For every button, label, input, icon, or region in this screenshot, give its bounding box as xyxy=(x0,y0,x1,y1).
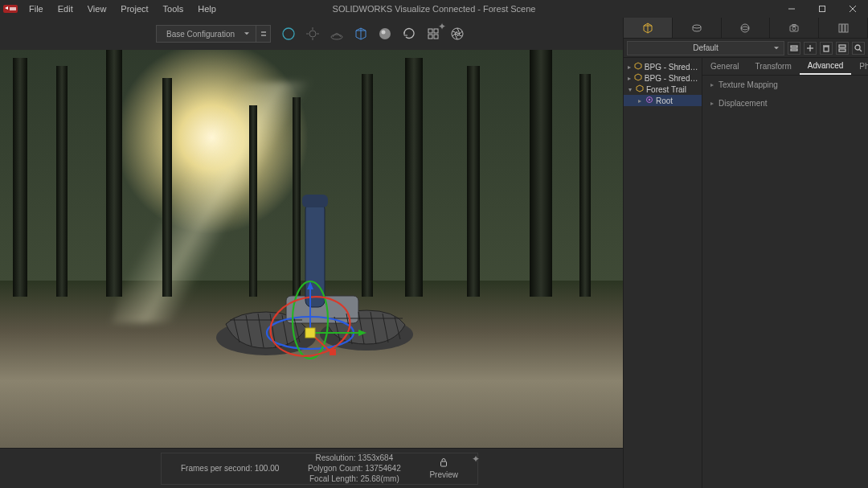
menu-tools[interactable]: Tools xyxy=(157,2,190,15)
configuration-selector[interactable]: Base Configuration xyxy=(156,25,271,43)
panel-toolbar: Default xyxy=(624,39,868,58)
svg-rect-7 xyxy=(261,35,266,36)
svg-rect-64 xyxy=(839,45,845,47)
svg-rect-59 xyxy=(791,49,797,51)
prop-tab-advanced[interactable]: Advanced xyxy=(800,58,851,75)
menu-view[interactable]: View xyxy=(81,2,113,15)
viewport[interactable] xyxy=(0,50,623,448)
title-bar: File Edit View Project Tools Help SOLIDW… xyxy=(0,0,868,18)
tree-item[interactable]: ▸BPG - Shredder (D... xyxy=(624,61,702,72)
maximize-button[interactable] xyxy=(807,0,837,18)
expand-arrow-icon[interactable]: ▸ xyxy=(627,75,632,82)
right-panel: Default ▸BPG - Shredder (D...▸BPG - Shre… xyxy=(623,18,868,488)
root-icon xyxy=(645,96,653,105)
svg-point-21 xyxy=(452,28,463,39)
tree-item[interactable]: ▸BPG - Shredder (D... xyxy=(624,72,702,84)
svg-point-9 xyxy=(309,31,316,37)
svg-rect-57 xyxy=(845,24,848,32)
fps-readout: Frames per second: 100.00 xyxy=(181,464,279,473)
svg-point-16 xyxy=(382,31,386,35)
expand-arrow-icon[interactable]: ▸ xyxy=(627,64,632,71)
search-icon[interactable] xyxy=(852,42,865,55)
configuration-dropdown-icon[interactable] xyxy=(256,25,270,43)
app-logo-icon xyxy=(3,3,18,14)
environment-tool-icon[interactable] xyxy=(327,24,346,43)
menu-edit[interactable]: Edit xyxy=(51,2,80,15)
delete-icon[interactable] xyxy=(820,42,833,55)
svg-rect-26 xyxy=(302,195,328,207)
refresh-icon[interactable] xyxy=(399,24,419,43)
svg-point-66 xyxy=(855,45,860,50)
expand-arrow-icon[interactable]: ▾ xyxy=(627,86,633,93)
status-pin-icon[interactable]: ✦ xyxy=(472,453,480,465)
tree-item-label: BPG - Shredder (D... xyxy=(645,74,698,83)
svg-marker-43 xyxy=(307,281,313,289)
panel-category-tabs xyxy=(624,18,868,39)
configuration-label: Base Configuration xyxy=(157,30,256,39)
environment-icon xyxy=(636,84,644,94)
svg-rect-48 xyxy=(305,328,315,338)
svg-rect-1 xyxy=(10,7,16,10)
svg-rect-6 xyxy=(261,31,266,33)
material-icon[interactable] xyxy=(375,24,395,43)
scene-render xyxy=(0,50,623,448)
lock-icon[interactable] xyxy=(439,457,448,470)
svg-rect-62 xyxy=(824,47,829,51)
sphere-icon[interactable] xyxy=(279,24,298,43)
add-icon[interactable] xyxy=(804,42,817,55)
aperture-icon[interactable] xyxy=(448,24,467,43)
svg-rect-47 xyxy=(330,349,336,355)
section-displacement[interactable]: ▸Displacement xyxy=(702,94,868,113)
prop-tab-transform[interactable]: Transform xyxy=(747,58,800,75)
preset-extra-icon[interactable] xyxy=(788,42,800,55)
svg-point-51 xyxy=(741,24,749,32)
pin-icon[interactable]: ✦ xyxy=(438,21,446,32)
properties-tabs: GeneralTransformAdvancedPhysics xyxy=(702,58,868,76)
preview-label: Preview xyxy=(429,470,458,480)
svg-rect-58 xyxy=(791,46,797,47)
preset-selector[interactable]: Default xyxy=(627,41,784,55)
panel-tab-cameras[interactable] xyxy=(770,18,819,38)
view-mode-icon[interactable] xyxy=(836,42,849,55)
close-button[interactable] xyxy=(837,0,868,18)
menu-project[interactable]: Project xyxy=(114,2,154,15)
light-icon[interactable] xyxy=(303,24,322,43)
section-texture-mapping[interactable]: ▸Texture Mapping xyxy=(702,76,868,94)
svg-point-50 xyxy=(693,25,701,28)
minimize-button[interactable] xyxy=(776,0,807,18)
tree-item-label: BPG - Shredder (D... xyxy=(645,63,698,72)
tree-item[interactable]: ▸Root xyxy=(624,95,702,106)
properties-pane: GeneralTransformAdvancedPhysics ▸Texture… xyxy=(702,58,868,488)
svg-point-8 xyxy=(283,28,294,39)
scene-tree: ▸BPG - Shredder (D...▸BPG - Shredder (D.… xyxy=(624,58,702,488)
svg-point-53 xyxy=(792,27,796,30)
tree-item-label: Root xyxy=(656,96,673,105)
panel-tab-models[interactable] xyxy=(624,18,673,38)
panel-tab-appearances[interactable] xyxy=(673,18,722,38)
menu-bar: File Edit View Project Tools Help xyxy=(23,2,223,15)
prop-tab-physics[interactable]: Physics xyxy=(851,58,868,75)
cube-icon[interactable] xyxy=(351,24,371,43)
svg-rect-49 xyxy=(441,461,447,466)
svg-rect-19 xyxy=(428,35,432,39)
menu-file[interactable]: File xyxy=(23,2,50,15)
svg-rect-55 xyxy=(839,24,841,32)
model-icon xyxy=(634,73,642,83)
status-center: Resolution: 1353x684 Polygon Count: 1375… xyxy=(308,453,401,484)
svg-rect-65 xyxy=(839,49,845,51)
transform-gizmo[interactable] xyxy=(262,264,391,360)
window-title: SOLIDWORKS Visualize Connected - Forest … xyxy=(333,4,536,14)
svg-marker-45 xyxy=(358,330,366,336)
status-bar: Frames per second: 100.00 Resolution: 13… xyxy=(0,448,623,488)
tree-item[interactable]: ▾Forest Trail xyxy=(624,84,702,95)
menu-help[interactable]: Help xyxy=(191,2,223,15)
svg-rect-17 xyxy=(428,29,432,33)
expand-arrow-icon[interactable]: ▸ xyxy=(637,97,643,105)
prop-tab-general[interactable]: General xyxy=(702,58,747,75)
model-icon xyxy=(634,62,642,72)
panel-tab-scenes[interactable] xyxy=(722,18,771,38)
tree-item-label: Forest Trail xyxy=(646,85,686,94)
panel-tab-libraries[interactable] xyxy=(819,18,868,38)
svg-rect-3 xyxy=(820,6,825,12)
svg-rect-20 xyxy=(434,35,438,39)
